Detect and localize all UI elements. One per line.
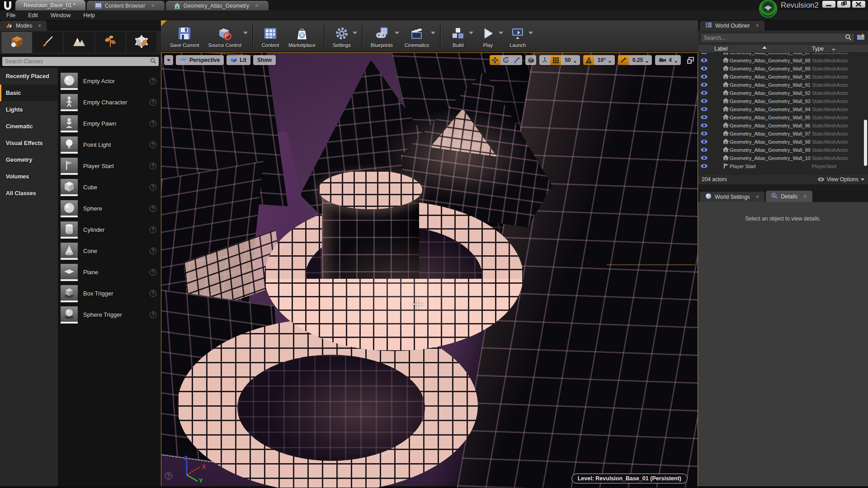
dropdown-caret-icon[interactable] xyxy=(395,32,399,34)
close-icon[interactable]: × xyxy=(756,193,760,200)
camera-mode-button[interactable]: Perspective xyxy=(176,55,224,65)
help-icon[interactable]: ? xyxy=(150,269,156,276)
menu-window[interactable]: Window xyxy=(44,12,77,19)
outliner-row[interactable]: Player StartPlayerStart xyxy=(698,162,868,170)
eye-visibility-icon[interactable] xyxy=(700,155,708,161)
maximize-viewport-button[interactable] xyxy=(686,56,695,65)
grid-snap-toggle[interactable] xyxy=(550,55,561,65)
category-volumes[interactable]: Volumes xyxy=(0,168,58,185)
eye-visibility-icon[interactable] xyxy=(700,53,708,56)
help-icon[interactable]: ? xyxy=(150,163,156,169)
placeable-item-empty-pawn[interactable]: Empty Pawn? xyxy=(61,113,161,134)
placeable-item-sphere-trigger[interactable]: Sphere Trigger? xyxy=(61,304,161,325)
outliner-row[interactable]: Geometry_Atlas_Geometry_Wall_90StaticMes… xyxy=(698,73,868,81)
eye-visibility-icon[interactable] xyxy=(700,66,708,72)
category-visual-effects[interactable]: Visual Effects xyxy=(0,135,58,151)
view-mode-button[interactable]: Lit xyxy=(226,55,250,65)
surface-snap-button[interactable] xyxy=(539,55,550,65)
outliner-row[interactable]: Geometry_Atlas_Geometry_Wall_97StaticMes… xyxy=(698,130,868,138)
toolbar-button-play[interactable]: Play xyxy=(474,24,501,48)
tutorial-badge-icon[interactable] xyxy=(759,0,777,18)
viewport-help-icon[interactable]: ? xyxy=(165,472,172,479)
outliner-row[interactable]: Geometry_Atlas_Geometry_Wall_88StaticMes… xyxy=(698,56,868,65)
toolbar-button-cinematics[interactable]: Cinematics xyxy=(400,24,434,48)
tab-modes[interactable]: Modes × xyxy=(0,21,47,31)
viewport-options-button[interactable] xyxy=(164,55,173,65)
move-tool-button[interactable] xyxy=(490,55,500,65)
close-button[interactable] xyxy=(852,1,865,8)
rotation-snap-value[interactable]: 10° xyxy=(594,55,615,65)
rotate-tool-button[interactable] xyxy=(500,55,511,65)
help-icon[interactable]: ? xyxy=(150,99,156,106)
help-icon[interactable]: ? xyxy=(150,290,156,297)
close-icon[interactable]: × xyxy=(803,193,807,200)
category-lights[interactable]: Lights xyxy=(0,101,58,118)
outliner-row[interactable]: Geometry_Atlas_Geometry_Wall_93StaticMes… xyxy=(698,97,868,105)
outliner-search-input[interactable] xyxy=(704,35,845,41)
toolbar-button-marketplace[interactable]: Marketplace xyxy=(284,24,320,48)
eye-visibility-icon[interactable] xyxy=(700,58,708,64)
mode-tab-place[interactable] xyxy=(2,32,32,53)
type-filter-caret-icon[interactable] xyxy=(832,49,835,51)
toolbar-button-blueprints[interactable]: Blueprints xyxy=(366,24,397,48)
placeable-item-empty-character[interactable]: Empty Character? xyxy=(61,92,161,113)
mode-tab-geometry[interactable] xyxy=(127,32,156,53)
help-icon[interactable]: ? xyxy=(150,205,156,212)
category-recently-placed[interactable]: Recently Placed xyxy=(0,68,58,84)
outliner-row[interactable]: Geometry_Atlas_Geometry_Wall_87StaticMes… xyxy=(698,53,868,56)
outliner-scrollbar[interactable] xyxy=(864,120,867,166)
eye-visibility-icon[interactable] xyxy=(700,147,708,153)
eye-visibility-icon[interactable] xyxy=(700,74,708,80)
placeable-item-cylinder[interactable]: Cylinder? xyxy=(61,219,161,240)
tab-world-settings[interactable]: World Settings × xyxy=(700,192,764,202)
eye-visibility-icon[interactable] xyxy=(700,139,708,145)
close-icon[interactable]: × xyxy=(255,2,259,9)
grid-snap-value[interactable]: 50 xyxy=(561,55,580,65)
category-cinematic[interactable]: Cinematic xyxy=(0,118,58,135)
placeable-item-empty-actor[interactable]: Empty Actor? xyxy=(61,70,161,92)
help-icon[interactable]: ? xyxy=(150,184,156,191)
category-all-classes[interactable]: All Classes xyxy=(0,185,58,202)
tab-geometry-atlas-geometry[interactable]: Geometry_Atlas_Geometry× xyxy=(166,1,269,10)
category-basic[interactable]: Basic xyxy=(0,84,58,101)
close-icon[interactable]: × xyxy=(755,23,759,29)
help-icon[interactable]: ? xyxy=(150,141,156,148)
close-icon[interactable]: × xyxy=(151,2,155,9)
help-icon[interactable]: ? xyxy=(150,311,156,318)
outliner-row[interactable]: Geometry_Atlas_Geometry_Wall_98StaticMes… xyxy=(698,138,868,146)
tab-revulsion-base-01[interactable]: Revulsion_Base_01 * xyxy=(15,0,85,10)
help-icon[interactable]: ? xyxy=(150,226,156,233)
outliner-row[interactable]: Geometry_Atlas_Geometry_Wall_96StaticMes… xyxy=(698,122,868,130)
eye-visibility-icon[interactable] xyxy=(700,107,708,113)
placeable-item-plane[interactable]: Plane? xyxy=(61,262,161,283)
dropdown-caret-icon[interactable] xyxy=(353,32,357,34)
help-icon[interactable]: ? xyxy=(150,78,156,84)
toolbar-button-launch[interactable]: Launch xyxy=(504,24,531,48)
toolbar-button-build[interactable]: Build xyxy=(444,24,472,48)
placeable-item-sphere[interactable]: Sphere? xyxy=(61,198,161,219)
help-icon[interactable]: ? xyxy=(150,248,156,254)
menu-file[interactable]: File xyxy=(0,12,22,19)
tab-world-outliner[interactable]: World Outliner × xyxy=(700,21,764,31)
tab-details[interactable]: i Details × xyxy=(766,191,812,202)
placeable-item-player-start[interactable]: Player Start? xyxy=(61,155,161,177)
toolbar-button-settings[interactable]: Settings xyxy=(328,24,355,48)
toolbar-button-source-control[interactable]: Source Control xyxy=(204,24,246,48)
panel-splitter[interactable] xyxy=(698,184,868,191)
placeable-item-cube[interactable]: Cube? xyxy=(61,177,161,198)
eye-visibility-icon[interactable] xyxy=(700,90,708,96)
menu-help[interactable]: Help xyxy=(77,12,101,19)
minimize-button[interactable] xyxy=(822,1,835,8)
close-icon[interactable]: × xyxy=(38,23,41,29)
label-column-header[interactable]: Label xyxy=(714,46,727,52)
placeable-item-box-trigger[interactable]: Box Trigger? xyxy=(61,283,161,304)
dropdown-caret-icon[interactable] xyxy=(243,32,248,34)
toolbar-button-save-current[interactable]: Save Current xyxy=(165,24,204,48)
eye-visibility-icon[interactable] xyxy=(700,99,708,104)
eye-visibility-icon[interactable] xyxy=(700,164,708,169)
eye-visibility-icon[interactable] xyxy=(700,82,708,88)
tab-content-browser[interactable]: Content Browser× xyxy=(87,1,165,10)
outliner-row[interactable]: Geometry_Atlas_Geometry_Wall_95StaticMes… xyxy=(698,113,868,122)
restore-button[interactable] xyxy=(837,1,850,8)
eye-visibility-icon[interactable] xyxy=(700,115,708,121)
